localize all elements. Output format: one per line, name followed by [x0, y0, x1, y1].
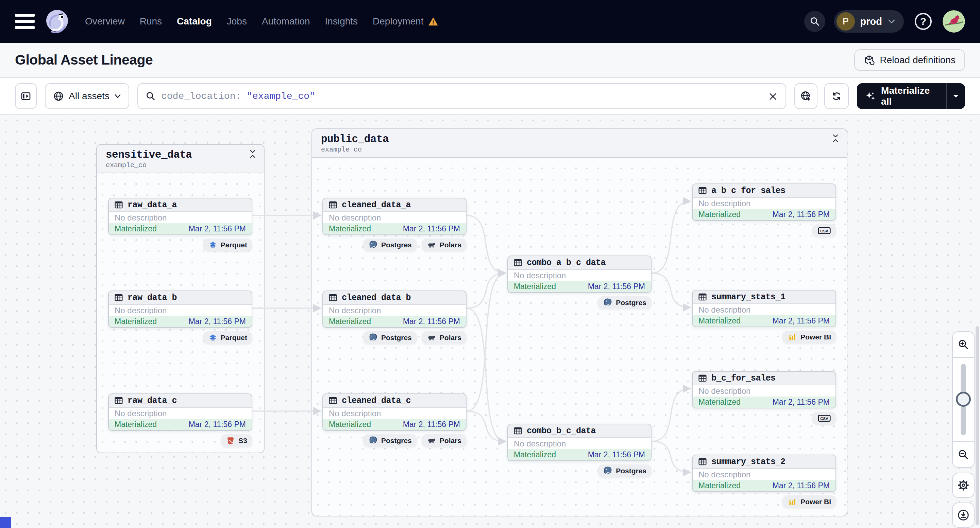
polars-icon: [427, 334, 436, 341]
zoom-in-button[interactable]: [953, 332, 974, 357]
user-avatar[interactable]: [943, 10, 965, 33]
asset-node-raw_data_c[interactable]: raw_data_cNo descriptionMaterializedMar …: [108, 393, 252, 447]
status-badge: Materialized: [514, 450, 556, 459]
zoom-out-button[interactable]: [953, 442, 974, 467]
toggle-sidebar-button[interactable]: [15, 83, 37, 109]
asset-node-b_c_for_sales[interactable]: b_c_for_salesNo descriptionMaterializedM…: [692, 371, 836, 425]
vertical-scrollbar[interactable]: [975, 326, 979, 525]
asset-description: No description: [693, 304, 835, 315]
asset-card[interactable]: combo_a_b_c_dataNo descriptionMaterializ…: [508, 255, 652, 293]
collapse-group-icon[interactable]: [249, 149, 256, 159]
gear-icon: [957, 479, 969, 491]
graph-settings-button[interactable]: [952, 473, 975, 498]
asset-node-header[interactable]: combo_b_c_data: [508, 424, 651, 438]
environment-switcher[interactable]: P prod: [834, 10, 904, 33]
table-icon: [698, 374, 707, 382]
nav-item-runs[interactable]: Runs: [140, 16, 162, 27]
asset-card[interactable]: b_c_for_salesNo descriptionMaterializedM…: [692, 371, 836, 408]
asset-card[interactable]: a_b_c_for_salesNo descriptionMaterialize…: [692, 184, 836, 221]
asset-node-header[interactable]: summary_stats_1: [693, 290, 835, 304]
group-header-public-data[interactable]: public_data example_co: [312, 129, 847, 158]
lineage-canvas[interactable]: sensitive_data example_co public_data ex…: [0, 115, 980, 528]
asset-node-summary_stats_2[interactable]: summary_stats_2No descriptionMaterialize…: [692, 455, 836, 508]
materialize-all-button[interactable]: Materialize all: [857, 83, 965, 109]
asset-node-combo_b_c_data[interactable]: combo_b_c_dataNo descriptionMaterialized…: [508, 424, 652, 477]
asset-name: raw_data_b: [127, 293, 177, 303]
global-search-button[interactable]: [804, 11, 825, 32]
reload-definitions-button[interactable]: Reload definitions: [854, 49, 965, 71]
asset-name: cleaned_data_b: [342, 293, 411, 303]
download-image-button[interactable]: [952, 503, 975, 528]
asset-search-input[interactable]: code_location:"example_co": [137, 83, 786, 109]
collapse-group-icon[interactable]: [832, 133, 839, 143]
zoom-slider-handle[interactable]: [956, 392, 971, 407]
postgres-icon: [368, 240, 378, 250]
dagster-logo-icon[interactable]: [43, 8, 71, 35]
asset-status-row: MaterializedMar 2, 11:56 PM: [693, 315, 835, 327]
search-query-field: code_location:: [161, 91, 241, 101]
kind-badge-powerbi: Power BI: [783, 331, 836, 344]
help-button[interactable]: ?: [913, 11, 934, 32]
asset-description: No description: [109, 305, 251, 316]
group-header-sensitive-data[interactable]: sensitive_data example_co: [97, 145, 264, 173]
asset-card[interactable]: raw_data_bNo descriptionMaterializedMar …: [108, 290, 252, 328]
refresh-button[interactable]: [824, 83, 849, 109]
menu-button[interactable]: [15, 14, 35, 29]
asset-card[interactable]: raw_data_cNo descriptionMaterializedMar …: [108, 393, 252, 431]
asset-node-a_b_c_for_sales[interactable]: a_b_c_for_salesNo descriptionMaterialize…: [692, 184, 836, 237]
asset-node-header[interactable]: cleaned_data_a: [323, 198, 466, 212]
asset-node-cleaned_data_b[interactable]: cleaned_data_bNo descriptionMaterialized…: [322, 290, 466, 344]
materialization-timestamp: Mar 2, 11:56 PM: [189, 420, 246, 429]
materialize-all-main[interactable]: Materialize all: [857, 85, 940, 107]
asset-node-cleaned_data_a[interactable]: cleaned_data_aNo descriptionMaterialized…: [322, 198, 466, 251]
asset-node-header[interactable]: combo_a_b_c_data: [508, 256, 651, 270]
globe-icon: [53, 91, 64, 101]
nav-item-catalog[interactable]: Catalog: [177, 16, 212, 27]
asset-node-raw_data_b[interactable]: raw_data_bNo descriptionMaterializedMar …: [108, 290, 252, 344]
zoom-slider[interactable]: [953, 357, 974, 442]
kind-badge-postgres: Postgres: [598, 296, 652, 309]
nav-item-overview[interactable]: Overview: [85, 16, 125, 27]
asset-card[interactable]: cleaned_data_bNo descriptionMaterialized…: [322, 290, 466, 328]
asset-name: b_c_for_sales: [711, 373, 776, 383]
asset-node-header[interactable]: a_b_c_for_sales: [693, 184, 835, 198]
nav-right: P prod ?: [804, 10, 965, 33]
powerbi-icon: [788, 333, 797, 341]
asset-card[interactable]: cleaned_data_aNo descriptionMaterialized…: [322, 198, 466, 235]
asset-card[interactable]: summary_stats_1No descriptionMaterialize…: [692, 290, 836, 327]
asset-status-row: MaterializedMar 2, 11:56 PM: [693, 396, 835, 408]
asset-node-header[interactable]: raw_data_a: [109, 198, 251, 212]
asset-node-raw_data_a[interactable]: raw_data_aNo descriptionMaterializedMar …: [108, 198, 252, 251]
asset-card[interactable]: combo_b_c_dataNo descriptionMaterialized…: [508, 424, 652, 461]
asset-scope-dropdown[interactable]: All assets: [45, 83, 129, 109]
kind-badges: Power BI: [692, 331, 836, 344]
asset-card[interactable]: raw_data_aNo descriptionMaterializedMar …: [108, 198, 252, 235]
asset-node-header[interactable]: b_c_for_sales: [693, 372, 835, 385]
status-badge: Materialized: [698, 398, 741, 407]
asset-card[interactable]: cleaned_data_cNo descriptionMaterialized…: [322, 393, 466, 431]
top-nav: OverviewRunsCatalogJobsAutomationInsight…: [0, 0, 980, 43]
status-badge: Materialized: [115, 317, 157, 326]
asset-node-header[interactable]: summary_stats_2: [693, 455, 835, 469]
asset-node-combo_a_b_c_data[interactable]: combo_a_b_c_dataNo descriptionMaterializ…: [508, 255, 652, 309]
asset-status-row: MaterializedMar 2, 11:56 PM: [109, 316, 251, 327]
refresh-icon: [831, 90, 842, 102]
asset-node-cleaned_data_c[interactable]: cleaned_data_cNo descriptionMaterialized…: [322, 393, 466, 447]
clear-search-button[interactable]: [765, 89, 781, 104]
asset-node-header[interactable]: raw_data_c: [109, 394, 251, 408]
nav-item-jobs[interactable]: Jobs: [227, 16, 247, 27]
kind-badge-postgres: Postgres: [363, 331, 417, 344]
nav-item-automation[interactable]: Automation: [262, 16, 310, 27]
csv-icon: CSV: [818, 226, 831, 235]
status-badge: Materialized: [698, 316, 741, 325]
materialize-options-button[interactable]: [947, 83, 965, 109]
nav-item-insights[interactable]: Insights: [325, 16, 358, 27]
asset-node-summary_stats_1[interactable]: summary_stats_1No descriptionMaterialize…: [692, 290, 836, 344]
asset-card[interactable]: summary_stats_2No descriptionMaterialize…: [692, 455, 836, 492]
asset-node-header[interactable]: cleaned_data_c: [323, 394, 466, 408]
nav-item-deployment[interactable]: Deployment: [373, 16, 438, 27]
table-icon: [328, 396, 337, 405]
asset-node-header[interactable]: cleaned_data_b: [323, 291, 466, 305]
asset-node-header[interactable]: raw_data_b: [109, 291, 251, 305]
new-catalog-view-button[interactable]: [794, 83, 818, 109]
